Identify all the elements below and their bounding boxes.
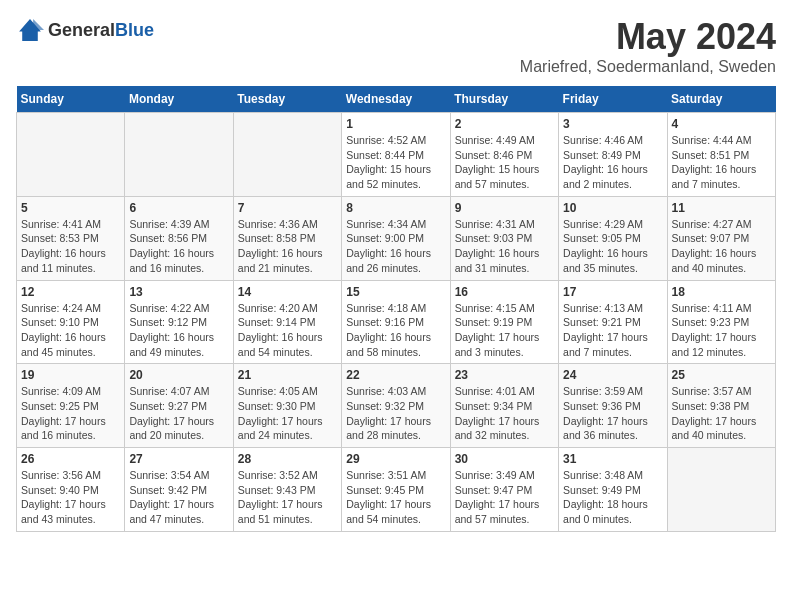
calendar-cell: 23Sunrise: 4:01 AMSunset: 9:34 PMDayligh…: [450, 364, 558, 448]
calendar-cell: 4Sunrise: 4:44 AMSunset: 8:51 PMDaylight…: [667, 113, 775, 197]
day-info: Sunrise: 4:31 AMSunset: 9:03 PMDaylight:…: [455, 217, 554, 276]
calendar-cell: 18Sunrise: 4:11 AMSunset: 9:23 PMDayligh…: [667, 280, 775, 364]
day-info: Sunrise: 4:29 AMSunset: 9:05 PMDaylight:…: [563, 217, 662, 276]
day-number: 14: [238, 285, 337, 299]
day-info: Sunrise: 4:22 AMSunset: 9:12 PMDaylight:…: [129, 301, 228, 360]
calendar-week-row: 19Sunrise: 4:09 AMSunset: 9:25 PMDayligh…: [17, 364, 776, 448]
calendar-cell: 29Sunrise: 3:51 AMSunset: 9:45 PMDayligh…: [342, 448, 450, 532]
calendar-week-row: 12Sunrise: 4:24 AMSunset: 9:10 PMDayligh…: [17, 280, 776, 364]
calendar-week-row: 26Sunrise: 3:56 AMSunset: 9:40 PMDayligh…: [17, 448, 776, 532]
day-info: Sunrise: 4:20 AMSunset: 9:14 PMDaylight:…: [238, 301, 337, 360]
title-area: May 2024 Mariefred, Soedermanland, Swede…: [520, 16, 776, 76]
day-number: 21: [238, 368, 337, 382]
day-number: 17: [563, 285, 662, 299]
page-title: May 2024: [520, 16, 776, 58]
day-number: 6: [129, 201, 228, 215]
calendar-cell: 26Sunrise: 3:56 AMSunset: 9:40 PMDayligh…: [17, 448, 125, 532]
day-info: Sunrise: 3:51 AMSunset: 9:45 PMDaylight:…: [346, 468, 445, 527]
day-number: 19: [21, 368, 120, 382]
calendar-cell: 28Sunrise: 3:52 AMSunset: 9:43 PMDayligh…: [233, 448, 341, 532]
day-number: 28: [238, 452, 337, 466]
calendar-cell: 7Sunrise: 4:36 AMSunset: 8:58 PMDaylight…: [233, 196, 341, 280]
day-number: 20: [129, 368, 228, 382]
calendar-cell: 15Sunrise: 4:18 AMSunset: 9:16 PMDayligh…: [342, 280, 450, 364]
calendar-cell: 1Sunrise: 4:52 AMSunset: 8:44 PMDaylight…: [342, 113, 450, 197]
day-info: Sunrise: 4:41 AMSunset: 8:53 PMDaylight:…: [21, 217, 120, 276]
day-info: Sunrise: 3:49 AMSunset: 9:47 PMDaylight:…: [455, 468, 554, 527]
day-info: Sunrise: 3:48 AMSunset: 9:49 PMDaylight:…: [563, 468, 662, 527]
day-info: Sunrise: 3:57 AMSunset: 9:38 PMDaylight:…: [672, 384, 771, 443]
day-info: Sunrise: 4:18 AMSunset: 9:16 PMDaylight:…: [346, 301, 445, 360]
day-info: Sunrise: 4:34 AMSunset: 9:00 PMDaylight:…: [346, 217, 445, 276]
calendar-cell: 8Sunrise: 4:34 AMSunset: 9:00 PMDaylight…: [342, 196, 450, 280]
day-number: 30: [455, 452, 554, 466]
calendar-cell: 13Sunrise: 4:22 AMSunset: 9:12 PMDayligh…: [125, 280, 233, 364]
calendar-cell: [233, 113, 341, 197]
day-number: 26: [21, 452, 120, 466]
weekday-header: Tuesday: [233, 86, 341, 113]
day-number: 18: [672, 285, 771, 299]
calendar-cell: 21Sunrise: 4:05 AMSunset: 9:30 PMDayligh…: [233, 364, 341, 448]
logo: GeneralBlue: [16, 16, 154, 44]
calendar-cell: 20Sunrise: 4:07 AMSunset: 9:27 PMDayligh…: [125, 364, 233, 448]
calendar-cell: 2Sunrise: 4:49 AMSunset: 8:46 PMDaylight…: [450, 113, 558, 197]
calendar-cell: 31Sunrise: 3:48 AMSunset: 9:49 PMDayligh…: [559, 448, 667, 532]
calendar-cell: 27Sunrise: 3:54 AMSunset: 9:42 PMDayligh…: [125, 448, 233, 532]
logo-icon: [16, 16, 44, 44]
calendar-cell: 10Sunrise: 4:29 AMSunset: 9:05 PMDayligh…: [559, 196, 667, 280]
calendar-cell: 30Sunrise: 3:49 AMSunset: 9:47 PMDayligh…: [450, 448, 558, 532]
day-info: Sunrise: 3:59 AMSunset: 9:36 PMDaylight:…: [563, 384, 662, 443]
day-info: Sunrise: 3:52 AMSunset: 9:43 PMDaylight:…: [238, 468, 337, 527]
logo-text-blue: Blue: [115, 20, 154, 40]
calendar-header-row: SundayMondayTuesdayWednesdayThursdayFrid…: [17, 86, 776, 113]
day-info: Sunrise: 4:44 AMSunset: 8:51 PMDaylight:…: [672, 133, 771, 192]
day-number: 12: [21, 285, 120, 299]
day-number: 31: [563, 452, 662, 466]
day-number: 25: [672, 368, 771, 382]
day-info: Sunrise: 3:56 AMSunset: 9:40 PMDaylight:…: [21, 468, 120, 527]
day-number: 7: [238, 201, 337, 215]
day-number: 5: [21, 201, 120, 215]
calendar-cell: [125, 113, 233, 197]
day-info: Sunrise: 4:01 AMSunset: 9:34 PMDaylight:…: [455, 384, 554, 443]
day-info: Sunrise: 4:09 AMSunset: 9:25 PMDaylight:…: [21, 384, 120, 443]
day-number: 23: [455, 368, 554, 382]
calendar-cell: 9Sunrise: 4:31 AMSunset: 9:03 PMDaylight…: [450, 196, 558, 280]
day-info: Sunrise: 4:24 AMSunset: 9:10 PMDaylight:…: [21, 301, 120, 360]
calendar-cell: 6Sunrise: 4:39 AMSunset: 8:56 PMDaylight…: [125, 196, 233, 280]
calendar-cell: 3Sunrise: 4:46 AMSunset: 8:49 PMDaylight…: [559, 113, 667, 197]
calendar-cell: [17, 113, 125, 197]
day-info: Sunrise: 4:27 AMSunset: 9:07 PMDaylight:…: [672, 217, 771, 276]
calendar-cell: 25Sunrise: 3:57 AMSunset: 9:38 PMDayligh…: [667, 364, 775, 448]
weekday-header: Saturday: [667, 86, 775, 113]
day-info: Sunrise: 4:13 AMSunset: 9:21 PMDaylight:…: [563, 301, 662, 360]
calendar-cell: 5Sunrise: 4:41 AMSunset: 8:53 PMDaylight…: [17, 196, 125, 280]
svg-marker-1: [33, 19, 44, 30]
day-number: 16: [455, 285, 554, 299]
day-info: Sunrise: 4:36 AMSunset: 8:58 PMDaylight:…: [238, 217, 337, 276]
day-info: Sunrise: 4:46 AMSunset: 8:49 PMDaylight:…: [563, 133, 662, 192]
day-number: 8: [346, 201, 445, 215]
weekday-header: Monday: [125, 86, 233, 113]
day-number: 24: [563, 368, 662, 382]
day-info: Sunrise: 3:54 AMSunset: 9:42 PMDaylight:…: [129, 468, 228, 527]
day-info: Sunrise: 4:05 AMSunset: 9:30 PMDaylight:…: [238, 384, 337, 443]
day-info: Sunrise: 4:15 AMSunset: 9:19 PMDaylight:…: [455, 301, 554, 360]
day-info: Sunrise: 4:39 AMSunset: 8:56 PMDaylight:…: [129, 217, 228, 276]
weekday-header: Thursday: [450, 86, 558, 113]
calendar-week-row: 1Sunrise: 4:52 AMSunset: 8:44 PMDaylight…: [17, 113, 776, 197]
calendar-cell: [667, 448, 775, 532]
calendar-cell: 24Sunrise: 3:59 AMSunset: 9:36 PMDayligh…: [559, 364, 667, 448]
day-number: 3: [563, 117, 662, 131]
day-number: 22: [346, 368, 445, 382]
day-info: Sunrise: 4:07 AMSunset: 9:27 PMDaylight:…: [129, 384, 228, 443]
weekday-header: Wednesday: [342, 86, 450, 113]
calendar-cell: 11Sunrise: 4:27 AMSunset: 9:07 PMDayligh…: [667, 196, 775, 280]
day-number: 9: [455, 201, 554, 215]
day-number: 10: [563, 201, 662, 215]
day-number: 2: [455, 117, 554, 131]
day-info: Sunrise: 4:11 AMSunset: 9:23 PMDaylight:…: [672, 301, 771, 360]
calendar-table: SundayMondayTuesdayWednesdayThursdayFrid…: [16, 86, 776, 532]
day-number: 13: [129, 285, 228, 299]
day-info: Sunrise: 4:03 AMSunset: 9:32 PMDaylight:…: [346, 384, 445, 443]
